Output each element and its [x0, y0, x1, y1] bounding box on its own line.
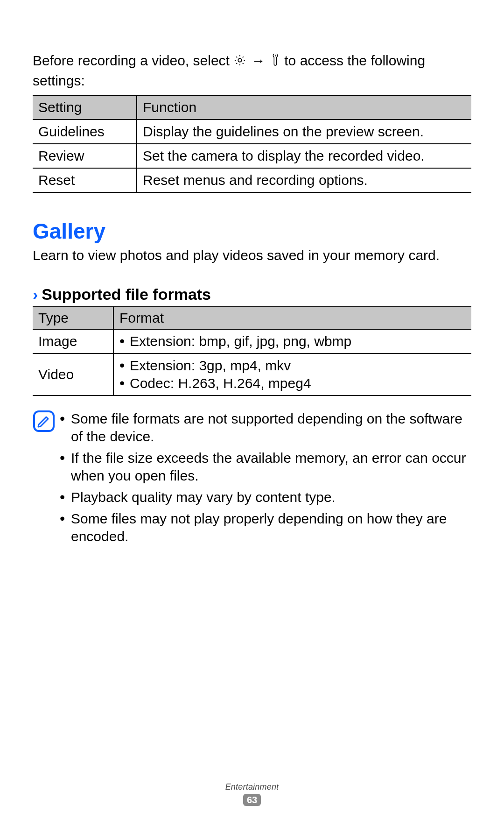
formats-table: Type Format Image Extension: bmp, gif, j… — [33, 306, 471, 396]
formats-header-format: Format — [113, 307, 471, 329]
setting-name: Guidelines — [33, 120, 137, 144]
sub-heading-text: Supported file formats — [42, 285, 211, 304]
section-lead-gallery: Learn to view photos and play videos sav… — [33, 247, 471, 264]
table-row: Video Extension: 3gp, mp4, mkv Codec: H.… — [33, 353, 471, 396]
setting-name: Review — [33, 144, 137, 168]
format-bullet-list: Extension: 3gp, mp4, mkv Codec: H.263, H… — [119, 357, 467, 392]
note-bullet-list: Some file formats are not supported depe… — [60, 410, 471, 549]
setting-desc: Display the guidelines on the preview sc… — [137, 120, 471, 144]
list-item: Playback quality may vary by content typ… — [60, 488, 471, 506]
format-bullet-list: Extension: bmp, gif, jpg, png, wbmp — [119, 332, 467, 350]
page-number: 63 — [243, 794, 261, 806]
section-title-gallery: Gallery — [33, 219, 471, 244]
wrench-icon — [270, 53, 280, 71]
setting-desc: Reset menus and recording options. — [137, 168, 471, 192]
format-type: Image — [33, 329, 113, 353]
intro-paragraph: Before recording a video, select → to ac… — [33, 51, 471, 90]
document-page: Before recording a video, select → to ac… — [0, 0, 504, 827]
settings-gear-icon — [233, 53, 246, 71]
footer-category: Entertainment — [0, 782, 504, 792]
list-item: Some files may not play properly dependi… — [60, 510, 471, 545]
table-row: Guidelines Display the guidelines on the… — [33, 120, 471, 144]
table-row: Image Extension: bmp, gif, jpg, png, wbm… — [33, 329, 471, 353]
chevron-right-icon: › — [33, 285, 38, 304]
list-item: Extension: 3gp, mp4, mkv — [119, 357, 467, 375]
page-footer: Entertainment 63 — [0, 782, 504, 806]
intro-text-before: Before recording a video, select — [33, 53, 233, 68]
list-item: Codec: H.263, H.264, mpeg4 — [119, 375, 467, 392]
table-row: Review Set the camera to display the rec… — [33, 144, 471, 168]
setting-desc: Set the camera to display the recorded v… — [137, 144, 471, 168]
format-details: Extension: 3gp, mp4, mkv Codec: H.263, H… — [113, 353, 471, 396]
table-row: Reset Reset menus and recording options. — [33, 168, 471, 192]
settings-header-setting: Setting — [33, 95, 137, 120]
format-details: Extension: bmp, gif, jpg, png, wbmp — [113, 329, 471, 353]
formats-header-type: Type — [33, 307, 113, 329]
svg-point-0 — [238, 58, 242, 62]
note-icon — [33, 410, 60, 549]
list-item: Extension: bmp, gif, jpg, png, wbmp — [119, 332, 467, 350]
list-item: If the file size exceeds the available m… — [60, 449, 471, 485]
svg-rect-1 — [34, 411, 54, 431]
sub-heading-supported-formats: › Supported file formats — [33, 285, 471, 304]
note-block: Some file formats are not supported depe… — [33, 410, 471, 549]
settings-table: Setting Function Guidelines Display the … — [33, 95, 471, 193]
arrow-icon: → — [252, 53, 266, 68]
settings-header-function: Function — [137, 95, 471, 120]
format-type: Video — [33, 353, 113, 396]
setting-name: Reset — [33, 168, 137, 192]
list-item: Some file formats are not supported depe… — [60, 410, 471, 445]
